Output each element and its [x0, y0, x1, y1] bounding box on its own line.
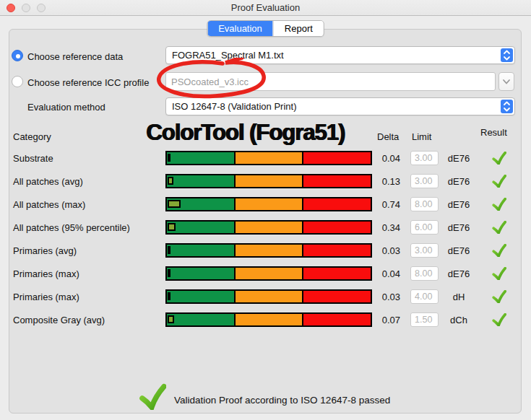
reference-data-select[interactable]: FOGRA51_Spectral M1.txt [165, 46, 515, 64]
limit-input[interactable] [410, 266, 439, 281]
row-unit: dE76 [441, 245, 476, 256]
pass-check-icon [492, 267, 506, 280]
bar-green-segment [167, 152, 234, 164]
bar-indicator [168, 292, 170, 300]
pass-check-icon [492, 152, 506, 165]
pass-check-icon [492, 221, 506, 234]
table-row: Composite Gray (avg) 0.07 dCh [0, 308, 531, 331]
limit-input[interactable] [410, 243, 439, 258]
results-title: ColorTool (Fogra51) [114, 120, 377, 146]
table-row: Substrate 0.04 dE76 [0, 146, 531, 170]
validation-result-message: Validation Proof according to ISO 12647-… [174, 395, 390, 406]
row-delta: 0.07 [373, 315, 400, 325]
row-category: All patches (95% percentile) [13, 222, 130, 233]
reference-data-label: Choose reference data [27, 51, 123, 62]
bar-indicator [168, 246, 170, 254]
tolerance-bar [165, 289, 372, 304]
row-category: Primaries (max) [13, 268, 79, 279]
results-table-body: Substrate 0.04 dE76 All patches (avg) 0.… [0, 146, 531, 331]
bar-green-segment [167, 314, 234, 325]
row-unit: dE76 [441, 268, 476, 279]
limit-input[interactable] [410, 197, 439, 211]
proof-evaluation-window: { "window": { "title": "Proof Evaluation… [0, 0, 531, 420]
table-row: All patches (avg) 0.13 dE76 [0, 170, 531, 193]
tolerance-bar [165, 243, 372, 258]
pass-check-icon [492, 175, 506, 188]
bar-green-segment [167, 268, 234, 279]
bar-indicator [168, 315, 174, 323]
evaluation-method-value: ISO 12647-8 (Validation Print) [172, 101, 296, 112]
reference-data-radio[interactable] [12, 50, 23, 61]
row-category: Composite Gray (avg) [13, 315, 105, 325]
row-delta: 0.03 [373, 292, 400, 302]
tolerance-bar [165, 197, 372, 211]
bar-indicator [168, 154, 170, 162]
header-category: Category [13, 131, 51, 142]
table-row: Primaries (max) 0.03 dH [0, 285, 531, 308]
bar-orange-segment [236, 314, 303, 325]
bar-orange-segment [236, 268, 303, 279]
bar-green-segment [167, 222, 234, 233]
pass-check-icon [492, 198, 506, 211]
tab-report[interactable]: Report [273, 21, 324, 36]
reference-data-value: FOGRA51_Spectral M1.txt [172, 50, 284, 61]
row-unit: dE76 [441, 176, 476, 187]
evaluation-method-select[interactable]: ISO 12647-8 (Validation Print) [165, 97, 515, 115]
limit-input[interactable] [410, 220, 439, 235]
limit-input[interactable] [410, 151, 439, 165]
stepper-icon[interactable] [501, 100, 513, 113]
tolerance-bar [165, 151, 372, 165]
title-bar: Proof Evaluation [0, 0, 531, 16]
bar-orange-segment [236, 152, 303, 164]
row-unit: dH [441, 292, 476, 302]
bar-red-segment [303, 175, 371, 187]
icc-profile-dropdown-button[interactable] [498, 72, 514, 91]
tab-evaluation[interactable]: Evaluation [207, 21, 273, 36]
row-delta: 0.34 [373, 222, 400, 233]
evaluation-method-label: Evaluation method [27, 102, 105, 113]
pass-check-icon [492, 290, 506, 303]
row-category: Substrate [13, 153, 53, 164]
bar-indicator [168, 223, 176, 231]
bar-orange-segment [236, 291, 303, 302]
table-row: Primaries (max) 0.04 dE76 [0, 262, 531, 285]
row-delta: 0.74 [373, 199, 400, 210]
table-row: All patches (95% percentile) 0.34 dE76 [0, 216, 531, 239]
bar-indicator [168, 269, 170, 277]
bar-red-segment [303, 198, 371, 210]
tab-bar: Evaluation Report [207, 20, 324, 37]
tolerance-bar [165, 220, 372, 235]
chevron-up-down-icon [502, 48, 511, 62]
pass-check-icon [492, 313, 506, 326]
row-delta: 0.04 [373, 268, 400, 279]
bar-red-segment [303, 268, 371, 279]
icc-profile-radio[interactable] [12, 76, 23, 87]
stepper-icon[interactable] [501, 48, 513, 62]
header-result: Result [480, 127, 507, 138]
bar-red-segment [303, 222, 371, 233]
icc-profile-input[interactable] [165, 72, 496, 91]
bar-orange-segment [236, 245, 303, 256]
row-category: All patches (max) [13, 199, 85, 210]
bar-orange-segment [236, 175, 303, 187]
bar-red-segment [303, 245, 371, 256]
table-row: Primaries (avg) 0.03 dE76 [0, 239, 531, 262]
row-category: Primaries (avg) [13, 245, 77, 256]
limit-input[interactable] [410, 174, 439, 188]
row-unit: dE76 [441, 222, 476, 233]
validation-passed-check-icon [139, 383, 166, 410]
tolerance-bar [165, 266, 372, 281]
bar-green-segment [167, 245, 234, 256]
limit-input[interactable] [410, 312, 439, 327]
bar-orange-segment [236, 222, 303, 233]
bar-indicator [168, 200, 181, 208]
tolerance-bar [165, 174, 372, 188]
chevron-up-down-icon [502, 100, 511, 113]
row-unit: dCh [441, 315, 476, 325]
header-limit: Limit [412, 131, 431, 142]
bar-orange-segment [236, 198, 303, 210]
limit-input[interactable] [410, 289, 439, 304]
icc-profile-label: Choose reference ICC profile [27, 77, 149, 88]
row-unit: dE76 [441, 199, 476, 210]
pass-check-icon [492, 244, 506, 257]
